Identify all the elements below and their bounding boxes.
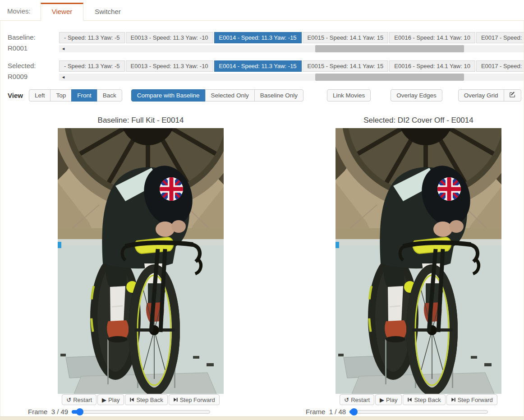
selected-run-id: R0009	[8, 71, 59, 82]
selected-label: Selected:	[8, 60, 59, 71]
step-forward-button[interactable]: Step Forward	[446, 394, 497, 405]
baseline-movie-button[interactable]: E0013 - Speed: 11.3 Yaw: -10	[126, 32, 213, 43]
view-back-button[interactable]: Back	[97, 89, 122, 102]
play-button[interactable]: ▶Play	[375, 394, 402, 405]
scroll-left-arrow-icon[interactable]: ◄	[61, 46, 65, 52]
tab-bar: Movies: Viewer Switcher	[0, 0, 524, 21]
frame-counter: 3 / 49	[51, 408, 69, 415]
overlay-grid-button[interactable]: Overlay Grid	[458, 89, 504, 102]
view-label: View	[8, 92, 23, 99]
restart-button[interactable]: ↺Restart	[340, 394, 374, 405]
baseline-movie-button[interactable]: E0017 - Speed: 14.1 Yaw: 5	[476, 32, 524, 43]
step-forward-icon	[451, 397, 456, 403]
overlay-edges-button[interactable]: Overlay Edges	[391, 89, 442, 102]
baseline-playback-controls: ↺Restart ▶Play Step Back Step Forward	[58, 394, 224, 405]
play-icon: ▶	[380, 397, 384, 403]
scrollbar-thumb[interactable]	[315, 74, 464, 81]
selected-playback-controls: ↺Restart ▶Play Step Back Step Forward	[336, 394, 501, 405]
tab-switcher[interactable]: Switcher	[83, 3, 132, 21]
slider-track[interactable]	[349, 410, 488, 414]
compare-with-baseline-button[interactable]: Compare with Baseline	[131, 89, 206, 102]
compare-viewer: Baseline: Full Kit - E0014 ↺Restart ▶Pla…	[0, 116, 524, 415]
selected-movie-strip: - Speed: 11.3 Yaw: -5 E0013 - Speed: 11.…	[59, 60, 524, 72]
play-icon: ▶	[102, 397, 106, 403]
selected-movie-button[interactable]: E0016 - Speed: 14.1 Yaw: 10	[389, 60, 475, 72]
selected-movie-title: Selected: DI2 Cover Off - E0014	[336, 116, 501, 125]
edit-grid-button[interactable]	[504, 89, 521, 102]
view-left-button[interactable]: Left	[29, 89, 51, 102]
step-back-button[interactable]: Step Back	[403, 394, 445, 405]
bottom-panel-edge	[0, 416, 524, 420]
baseline-frame-slider[interactable]	[72, 408, 210, 415]
restart-icon: ↺	[66, 397, 71, 403]
step-forward-icon	[173, 397, 178, 403]
selected-frame-row: Frame 1 / 48	[306, 408, 501, 415]
play-button[interactable]: ▶Play	[97, 394, 124, 405]
selected-movie-button[interactable]: E0013 - Speed: 11.3 Yaw: -10	[126, 60, 213, 72]
step-back-icon	[129, 397, 134, 403]
step-back-icon	[407, 397, 412, 403]
step-forward-button[interactable]: Step Forward	[169, 394, 220, 405]
view-top-button[interactable]: Top	[50, 89, 72, 102]
slider-track[interactable]	[72, 410, 210, 414]
scroll-left-arrow-icon[interactable]: ◄	[61, 74, 65, 80]
movies-label: Movies:	[7, 7, 33, 20]
tab-viewer[interactable]: Viewer	[41, 3, 84, 21]
step-back-button[interactable]: Step Back	[125, 394, 167, 405]
selected-movie-button[interactable]: E0015 - Speed: 14.1 Yaw: 15	[303, 60, 389, 72]
baseline-movie-strip: - Speed: 11.3 Yaw: -5 E0013 - Speed: 11.…	[59, 32, 524, 43]
baseline-strip-row: Baseline: R0001 - Speed: 11.3 Yaw: -5 E0…	[0, 32, 524, 54]
scrollbar-thumb[interactable]	[315, 45, 464, 52]
movie-viewer-app: Movies: Viewer Switcher Baseline: R0001 …	[0, 0, 524, 420]
selected-scrollbar[interactable]: ◄	[59, 74, 524, 81]
slider-thumb[interactable]	[350, 408, 358, 415]
link-movies-button[interactable]: Link Movies	[327, 89, 371, 102]
slider-thumb[interactable]	[76, 408, 83, 415]
frame-counter: 1 / 48	[329, 408, 346, 415]
baseline-movie-button-selected[interactable]: E0014 - Speed: 11.3 Yaw: -15	[214, 32, 302, 43]
baseline-only-button[interactable]: Baseline Only	[254, 89, 303, 102]
selected-movie-button-selected[interactable]: E0014 - Speed: 11.3 Yaw: -15	[214, 60, 302, 72]
selected-movie-panel: Selected: DI2 Cover Off - E0014 ↺Restart…	[336, 116, 501, 415]
frame-word: Frame	[28, 408, 47, 415]
viewer-panel: Baseline: R0001 - Speed: 11.3 Yaw: -5 E0…	[0, 21, 524, 416]
baseline-movie-panel: Baseline: Full Kit - E0014 ↺Restart ▶Pla…	[58, 116, 224, 415]
selected-movie-button[interactable]: E0017 - Speed: 14.1 Yaw: 5	[476, 60, 524, 72]
baseline-movie-title: Baseline: Full Kit - E0014	[58, 116, 224, 125]
selected-frame-slider[interactable]	[349, 408, 488, 415]
restart-icon: ↺	[344, 397, 349, 403]
baseline-frame-row: Frame 3 / 49	[28, 408, 224, 415]
baseline-run-id: R0001	[8, 43, 59, 54]
frame-word: Frame	[306, 408, 325, 415]
overlay-grid-group: Overlay Grid	[458, 89, 521, 102]
view-button-group: Left Top Front Back	[29, 89, 122, 102]
selected-wind-tunnel-image	[336, 128, 501, 394]
view-toolbar: View Left Top Front Back Compare with Ba…	[0, 89, 524, 102]
selected-only-button[interactable]: Selected Only	[205, 89, 255, 102]
baseline-label: Baseline:	[8, 32, 59, 43]
baseline-movie-button[interactable]: E0015 - Speed: 14.1 Yaw: 15	[303, 32, 389, 43]
compare-button-group: Compare with Baseline Selected Only Base…	[131, 89, 303, 102]
selected-movie-button[interactable]: - Speed: 11.3 Yaw: -5	[59, 60, 125, 72]
baseline-wind-tunnel-image	[58, 128, 224, 394]
baseline-movie-button[interactable]: E0016 - Speed: 14.1 Yaw: 10	[389, 32, 475, 43]
baseline-scrollbar[interactable]: ◄	[59, 45, 524, 52]
baseline-movie-button[interactable]: - Speed: 11.3 Yaw: -5	[59, 32, 125, 43]
restart-button[interactable]: ↺Restart	[62, 394, 97, 405]
view-front-button[interactable]: Front	[71, 89, 97, 102]
edit-icon	[510, 92, 515, 99]
selected-strip-row: Selected: R0009 - Speed: 11.3 Yaw: -5 E0…	[0, 60, 524, 82]
